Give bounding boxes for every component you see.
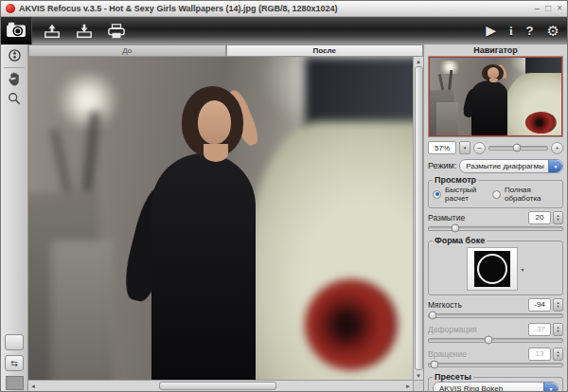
rotation-value-field: 13: [528, 347, 551, 361]
nav-woman-dress: [471, 80, 507, 136]
window-title: AKVIS Refocus v.3.5 - Hot & Sexy Girls W…: [19, 4, 531, 13]
rotation-label: Вращение: [428, 349, 526, 359]
bokeh-shape-group: Форма боке ▾: [428, 236, 563, 295]
camera-logo-button[interactable]: [1, 17, 32, 45]
zoom-slider-track[interactable]: [488, 146, 548, 151]
zoom-value-field[interactable]: 57%: [428, 141, 456, 154]
open-image-button[interactable]: [40, 20, 64, 43]
scroll-right-arrow[interactable]: ►: [405, 383, 411, 389]
zoom-dropdown-button[interactable]: ▾: [459, 141, 470, 154]
softness-param-row: Мягкость -94 ▲ ▼: [428, 298, 563, 311]
rotation-slider-track: [428, 363, 563, 367]
magnifier-icon: [8, 92, 21, 107]
vertical-scroll-thumb[interactable]: [415, 66, 423, 370]
print-button[interactable]: [104, 20, 129, 43]
background-color-swatch[interactable]: [6, 376, 24, 390]
minimize-button[interactable]: –: [535, 4, 541, 13]
frame-button[interactable]: [5, 334, 24, 350]
fast-preview-label: Быстрый расчет: [445, 186, 492, 203]
scrollbar-corner: [413, 380, 423, 391]
save-icon: [75, 23, 94, 40]
scroll-down-arrow[interactable]: ▼: [416, 371, 421, 380]
blur-slider-thumb[interactable]: [452, 224, 460, 233]
photo-scene: [28, 57, 413, 380]
zoom-out-button[interactable]: −: [473, 142, 486, 154]
zoom-in-button[interactable]: +: [551, 142, 563, 154]
mode-combo-arrow-icon[interactable]: ▾: [548, 160, 562, 172]
deformation-slider-track: [428, 338, 563, 343]
hand-tool-button[interactable]: [5, 71, 24, 88]
full-processing-option[interactable]: Полная обработка: [492, 186, 559, 203]
bokeh-ring-shape: [474, 251, 510, 287]
photo-studio-lamp: [55, 73, 120, 128]
scroll-left-arrow[interactable]: ◄: [30, 383, 36, 389]
open-icon: [43, 23, 62, 40]
softness-value-field[interactable]: -94: [528, 298, 551, 312]
blur-spinner[interactable]: ▲ ▼: [553, 211, 563, 224]
horizontal-scrollbar[interactable]: ◄ ►: [28, 380, 413, 391]
nav-equipment2: [436, 102, 458, 136]
deformation-slider-thumb: [485, 336, 493, 345]
spin-down-icon: ▼: [557, 354, 560, 358]
help-button[interactable]: ?: [526, 25, 534, 37]
tab-after[interactable]: После: [226, 45, 424, 57]
mode-row: Режим: Размытие диафрагмы ▾: [428, 159, 563, 172]
vertical-scrollbar[interactable]: ▲ ▼: [413, 57, 423, 380]
preview-options: Быстрый расчет Полная обработка: [433, 185, 559, 205]
hand-icon: [8, 72, 21, 88]
softness-slider-row: [428, 311, 563, 320]
deformation-value-field: -37: [528, 323, 551, 336]
zoom-slider-thumb[interactable]: [512, 144, 521, 152]
fast-preview-option[interactable]: Быстрый расчет: [433, 186, 492, 203]
presets-combo-arrow-icon[interactable]: ▾: [543, 383, 558, 392]
save-image-button[interactable]: [72, 20, 97, 43]
deformation-label: Деформация: [428, 325, 526, 334]
blur-value-field[interactable]: 20: [528, 211, 551, 224]
presets-combobox[interactable]: AKVIS Ring Bokeh ▾: [433, 382, 559, 392]
close-button[interactable]: ×: [557, 4, 562, 13]
photo-equipment2: [51, 241, 113, 380]
blur-param-row: Размытие 20 ▲ ▼: [428, 211, 563, 223]
rotation-spinner: ▲ ▼: [553, 347, 563, 361]
zoom-tool-button[interactable]: [5, 91, 24, 108]
camera-icon: [6, 21, 27, 42]
mode-combobox[interactable]: Размытие диафрагмы ▾: [459, 159, 563, 173]
deformation-slider-row: [428, 335, 563, 345]
image-canvas[interactable]: [28, 57, 413, 380]
presets-value: AKVIS Ring Bokeh: [439, 384, 503, 392]
swap-views-button[interactable]: ⇆: [5, 355, 24, 371]
bokeh-shape-dropdown[interactable]: ▾: [521, 266, 524, 273]
bokeh-group-title: Форма боке: [433, 236, 487, 245]
blur-slider-track[interactable]: [428, 226, 563, 231]
navigate-icon: [8, 48, 22, 64]
spin-down-icon[interactable]: ▼: [557, 305, 560, 309]
center-column: До После: [28, 45, 423, 391]
horizontal-scroll-thumb[interactable]: [159, 382, 276, 390]
scroll-up-arrow[interactable]: ▲: [416, 57, 421, 65]
blur-label: Размытие: [428, 213, 526, 223]
run-button[interactable]: ▶: [486, 25, 496, 37]
radio-unselected-icon[interactable]: [492, 190, 501, 199]
blur-slider-row: [428, 223, 563, 233]
photo-woman-face: [198, 100, 231, 144]
softness-slider-track[interactable]: [428, 313, 563, 318]
title-bar: AKVIS Refocus v.3.5 - Hot & Sexy Girls W…: [1, 1, 567, 17]
maximize-button[interactable]: □: [545, 4, 551, 13]
radio-selected-icon[interactable]: [433, 190, 441, 199]
spin-down-icon: ▼: [557, 330, 560, 333]
navigator-title: Навигатор: [428, 45, 563, 56]
tool-divider: [4, 67, 25, 68]
navigate-tool-button[interactable]: [5, 47, 24, 64]
tab-before[interactable]: До: [28, 45, 226, 57]
tool-strip: ⇆: [1, 45, 28, 391]
toolbar-right-group: ▶ i ? ⚙: [486, 25, 559, 37]
spin-down-icon[interactable]: ▼: [557, 218, 560, 222]
bokeh-shape-panel[interactable]: [467, 247, 518, 291]
softness-slider-thumb[interactable]: [429, 312, 437, 320]
photo-car-taillight: [305, 279, 397, 369]
preview-group: Просмотр Быстрый расчет Полная обработка: [428, 175, 563, 208]
info-button[interactable]: i: [509, 25, 513, 37]
softness-spinner[interactable]: ▲ ▼: [553, 298, 563, 312]
settings-button[interactable]: ⚙: [547, 25, 559, 37]
navigator-thumbnail[interactable]: [428, 56, 563, 137]
